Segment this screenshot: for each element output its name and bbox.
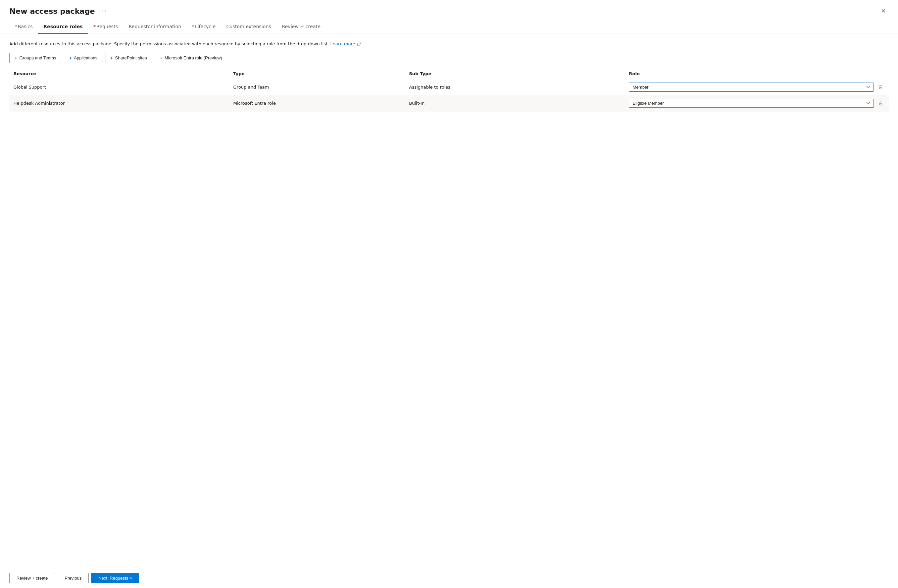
dialog-header: New access package ··· ✕ xyxy=(0,0,898,15)
review-create-button[interactable]: Review + create xyxy=(9,573,55,583)
table-row: Global SupportGroup and TeamAssignable t… xyxy=(9,79,889,95)
svg-rect-5 xyxy=(878,102,883,102)
cell-role: MemberOwner xyxy=(625,79,889,95)
tab-lifecycle[interactable]: *Lifecycle xyxy=(186,21,221,34)
role-select-1[interactable]: Eligible MemberActive Member xyxy=(629,99,874,108)
delete-row-button-1[interactable] xyxy=(876,99,884,107)
cell-resource: Helpdesk Administrator xyxy=(9,95,229,111)
new-access-package-dialog: New access package ··· ✕ *Basics Resourc… xyxy=(0,0,898,588)
tab-custom-extensions[interactable]: Custom extensions xyxy=(221,21,277,34)
col-header-resource: Resource xyxy=(9,68,229,79)
required-star: * xyxy=(93,24,95,29)
col-header-subtype: Sub Type xyxy=(405,68,625,79)
resource-table: Resource Type Sub Type Role Global Suppo… xyxy=(9,68,889,111)
cell-subtype: Built-In xyxy=(405,95,625,111)
next-button[interactable]: Next: Requests > xyxy=(91,573,139,583)
dialog-title: New access package xyxy=(9,7,95,15)
required-star: * xyxy=(15,24,17,29)
table-header-row: Resource Type Sub Type Role xyxy=(9,68,889,79)
add-entra-role-button[interactable]: + Microsoft Entra role (Preview) xyxy=(155,53,227,63)
action-buttons: + Groups and Teams + Applications + Shar… xyxy=(9,53,889,63)
cell-subtype: Assignable to roles xyxy=(405,79,625,95)
required-star: * xyxy=(192,24,194,29)
add-applications-button[interactable]: + Applications xyxy=(64,53,102,63)
cell-role: Eligible MemberActive Member xyxy=(625,95,889,111)
tabs-bar: *Basics Resource roles *Requests Request… xyxy=(0,15,898,34)
previous-button[interactable]: Previous xyxy=(58,573,89,583)
cell-type: Group and Team xyxy=(229,79,405,95)
more-options-icon[interactable]: ··· xyxy=(99,8,108,14)
tab-basics[interactable]: *Basics xyxy=(9,21,38,34)
tab-resource-roles[interactable]: Resource roles xyxy=(38,21,88,34)
dialog-body: Add different resources to this access p… xyxy=(0,34,898,568)
description-text: Add different resources to this access p… xyxy=(9,41,889,47)
title-area: New access package ··· xyxy=(9,7,108,15)
tab-requestor-information[interactable]: Requestor information xyxy=(123,21,186,34)
cell-type: Microsoft Entra role xyxy=(229,95,405,111)
role-select-0[interactable]: MemberOwner xyxy=(629,83,874,92)
close-button[interactable]: ✕ xyxy=(878,7,889,15)
col-header-type: Type xyxy=(229,68,405,79)
cell-resource: Global Support xyxy=(9,79,229,95)
svg-rect-0 xyxy=(878,86,883,86)
add-groups-teams-button[interactable]: + Groups and Teams xyxy=(9,53,61,63)
table-row: Helpdesk AdministratorMicrosoft Entra ro… xyxy=(9,95,889,111)
tab-requests[interactable]: *Requests xyxy=(88,21,123,34)
delete-row-button-0[interactable] xyxy=(876,83,884,91)
external-link-icon xyxy=(357,43,361,46)
svg-rect-1 xyxy=(880,85,881,85)
svg-rect-6 xyxy=(880,101,881,102)
learn-more-link[interactable]: Learn more xyxy=(330,41,360,46)
tab-review-create[interactable]: Review + create xyxy=(277,21,326,34)
col-header-role: Role xyxy=(625,68,889,79)
dialog-footer: Review + create Previous Next: Requests … xyxy=(0,568,898,588)
add-sharepoint-sites-button[interactable]: + SharePoint sites xyxy=(105,53,152,63)
